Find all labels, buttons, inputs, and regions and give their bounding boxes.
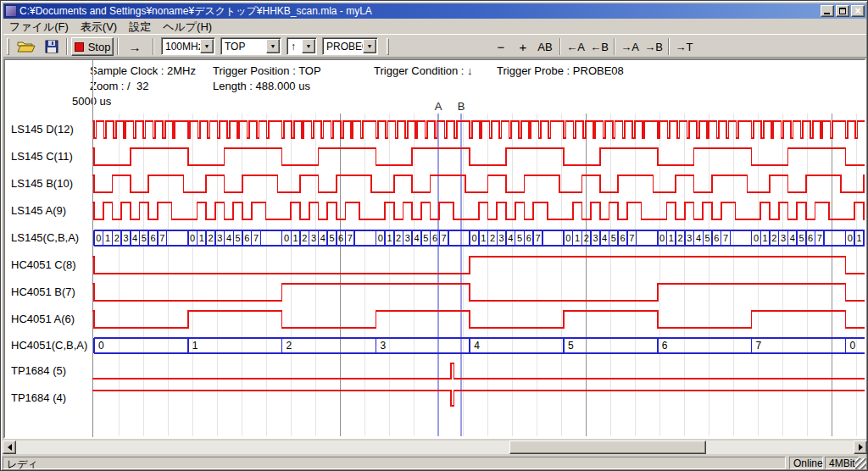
ls145-bus-value: 2	[208, 233, 213, 243]
scroll-left-icon	[8, 444, 12, 451]
ls145-bus-value: 7	[253, 233, 259, 243]
toolbar-separator	[559, 38, 561, 55]
ls145-bus-value: 1	[856, 233, 861, 243]
hc4051-bus-value: 7	[756, 340, 762, 352]
goto-cursor-b-left-button[interactable]: ←B	[588, 37, 610, 56]
ls145-bus-value: 0	[190, 233, 195, 243]
ls145-bus-value: 5	[705, 233, 710, 243]
ls145-bus-value: 3	[499, 233, 504, 243]
scrollbar-thumb[interactable]	[509, 441, 706, 454]
scroll-left-button[interactable]	[3, 441, 16, 454]
ls145-bus-value: 4	[132, 233, 137, 243]
ls145-bus-value: 2	[677, 233, 682, 243]
waveform-high-pulse-low	[92, 391, 865, 406]
ls145-bus-value: 7	[723, 233, 728, 243]
waveform-ls145-bit1	[92, 175, 865, 192]
ls145-bus-value: 5	[423, 233, 428, 243]
dropdown-arrow-icon[interactable]: ▼	[266, 39, 280, 53]
maximize-button[interactable]	[836, 5, 849, 17]
ls145-bus-value: 6	[526, 233, 531, 243]
ls145-bus-value: 5	[142, 233, 147, 243]
toolbar-grip[interactable]	[387, 38, 389, 55]
menu-file[interactable]: ファイル(F)	[3, 19, 75, 36]
ls145-bus-value: 7	[629, 233, 634, 243]
ls145-bus-value: 0	[659, 233, 665, 243]
dropdown-arrow-icon[interactable]: ▼	[363, 39, 376, 53]
ls145-bus-value: 4	[790, 233, 795, 243]
run-button[interactable]: →	[122, 37, 147, 56]
zoom-in-button[interactable]: +	[514, 37, 532, 56]
trigger-position-select[interactable]: TOP ▼	[220, 37, 281, 55]
close-button[interactable]: ×	[851, 5, 865, 17]
trigger-edge-value: ↑	[291, 41, 296, 53]
ls145-bus-value: 3	[593, 233, 598, 243]
menu-help[interactable]: ヘルプ(H)	[157, 19, 218, 36]
trigger-position-value: TOP	[225, 41, 245, 53]
menu-settings[interactable]: 設定	[123, 19, 157, 36]
status-message: レディ	[3, 457, 786, 469]
ls145-bus-value: 2	[302, 233, 307, 243]
waveform-strobe	[92, 121, 865, 138]
resize-grip[interactable]	[855, 458, 866, 469]
ls145-bus-value: 5	[517, 233, 522, 243]
ls145-bus-value: 7	[442, 233, 447, 243]
trigger-probe-select[interactable]: PROBE00 ▼	[322, 37, 378, 55]
title-bar[interactable]: C:¥Documents and Settings¥noname¥デスクトップ¥…	[3, 3, 866, 19]
hc4051-bus-value: 2	[287, 340, 292, 352]
ls145-bus-value: 1	[387, 233, 392, 243]
trigger-edge-select[interactable]: ↑ ▼	[287, 37, 317, 55]
waveform-ls145-bit2	[92, 148, 865, 165]
ls145-bus-value: 2	[114, 233, 120, 243]
waveform-ls145-bit0	[92, 202, 865, 219]
ls145-bus-value: 2	[396, 233, 401, 243]
ls145-bus-value: 1	[199, 233, 204, 243]
ls145-bus-value: 7	[159, 233, 164, 243]
dropdown-arrow-icon[interactable]: ▼	[302, 39, 315, 53]
sample-clock-select[interactable]: 100MHz ▼	[161, 37, 215, 55]
ls145-bus-value: 4	[508, 233, 513, 243]
ls145-bus-value: 1	[669, 233, 674, 243]
dropdown-arrow-icon[interactable]: ▼	[200, 39, 214, 53]
goto-cursor-a-left-button[interactable]: ←A	[565, 37, 587, 56]
ls145-bus-value: 1	[293, 233, 298, 243]
ls145-bus-value: 2	[490, 233, 495, 243]
hc4051-bus-value: 3	[380, 340, 386, 352]
app-window: C:¥Documents and Settings¥noname¥デスクトップ¥…	[0, 0, 868, 471]
ls145-bus-value: 4	[226, 233, 231, 243]
minimize-icon	[824, 13, 830, 14]
status-online: Online	[789, 457, 823, 469]
toolbar-separator	[117, 38, 119, 55]
ls145-bus-value: 1	[105, 233, 110, 243]
hc4051-bus-value: 4	[474, 340, 480, 352]
ls145-bus-value: 6	[714, 233, 719, 243]
goto-trigger-button[interactable]: →T	[673, 37, 695, 56]
hc4051-bus-value: 5	[568, 340, 574, 352]
ls145-bus-value: 6	[244, 233, 249, 243]
zoom-out-button[interactable]: −	[492, 37, 510, 56]
scroll-right-button[interactable]	[854, 441, 867, 454]
waveform-hc4051-bit2	[92, 257, 865, 274]
zoom-ab-button[interactable]: AB	[534, 37, 556, 56]
minimize-button[interactable]	[821, 5, 834, 17]
ls145-bus-value: 0	[471, 233, 476, 243]
save-file-button[interactable]	[41, 37, 63, 56]
hc4051-bus-value: 0	[849, 340, 855, 352]
ls145-bus-value: 0	[284, 233, 289, 243]
stop-button[interactable]: Stop	[71, 37, 114, 56]
scroll-right-icon	[859, 444, 863, 451]
ls145-bus-value: 6	[808, 233, 813, 243]
goto-cursor-a-right-button[interactable]: →A	[619, 37, 641, 56]
ls145-bus-value: 5	[611, 233, 616, 243]
waveform-canvas[interactable]: 0123456701234567012345670123456701234567…	[5, 60, 865, 437]
ls145-bus-value: 6	[150, 233, 155, 243]
open-file-button[interactable]	[14, 37, 39, 56]
status-memory: 4MBit	[825, 457, 859, 469]
stop-icon	[75, 42, 84, 52]
menu-view[interactable]: 表示(V)	[75, 19, 123, 36]
goto-cursor-b-right-button[interactable]: →B	[643, 37, 665, 56]
hc4051-bus-value: 6	[662, 340, 668, 352]
ls145-bus-value: 3	[217, 233, 222, 243]
toolbar-grip[interactable]	[7, 38, 9, 55]
horizontal-scrollbar[interactable]	[3, 441, 867, 454]
ls145-bus-value: 0	[378, 233, 383, 243]
